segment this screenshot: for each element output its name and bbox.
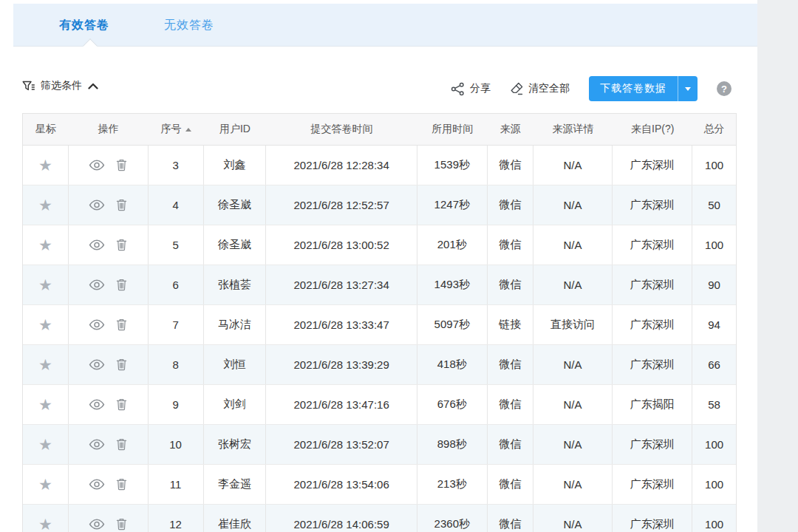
- actions-cell: [69, 465, 149, 504]
- active-tab-notch: [83, 38, 98, 53]
- submit-time-cell: 2021/6/28 14:06:59: [266, 505, 417, 532]
- source-detail-cell: N/A: [533, 185, 613, 225]
- seq-cell: 7: [149, 305, 204, 344]
- header-ip: 来自IP(?): [613, 114, 692, 145]
- score-cell: 100: [692, 505, 736, 532]
- clear-all-button[interactable]: 清空全部: [510, 82, 570, 95]
- delete-trash-icon[interactable]: [116, 398, 127, 411]
- table-row: ★ 3 刘鑫 2021/6/28 12:28:34 1539秒 微信: [23, 146, 736, 185]
- actions-cell: [69, 146, 149, 185]
- ip-cell: 广东揭阳: [613, 385, 692, 424]
- delete-trash-icon[interactable]: [116, 199, 127, 211]
- star-icon[interactable]: ★: [38, 197, 52, 213]
- star-icon[interactable]: ★: [38, 237, 52, 253]
- star-cell: ★: [23, 345, 69, 384]
- view-eye-icon[interactable]: [89, 399, 105, 410]
- view-eye-icon[interactable]: [89, 200, 105, 211]
- table-row: ★ 7 马冰洁 2021/6/28 13:33:47 5097秒 链接: [23, 305, 736, 345]
- submit-time-cell: 2021/6/28 12:28:34: [266, 146, 417, 185]
- star-icon[interactable]: ★: [38, 357, 52, 372]
- star-icon[interactable]: ★: [38, 397, 52, 412]
- star-cell: ★: [23, 305, 69, 344]
- delete-trash-icon[interactable]: [116, 438, 127, 451]
- filter-toggle[interactable]: 筛选条件: [22, 79, 98, 92]
- header-source-detail: 来源详情: [533, 114, 613, 145]
- table-row: ★ 8 刘恒 2021/6/28 13:39:29 418秒 微信: [23, 345, 736, 385]
- view-eye-icon[interactable]: [89, 479, 105, 490]
- actions-cell: [69, 225, 149, 265]
- delete-trash-icon[interactable]: [116, 358, 127, 371]
- help-button[interactable]: ?: [717, 81, 732, 96]
- header-label: 序号: [161, 123, 182, 136]
- submit-time-cell: 2021/6/28 13:39:29: [266, 345, 417, 384]
- header-label: 来自IP(?): [631, 123, 674, 136]
- source-cell: 微信: [488, 385, 533, 424]
- table-header-row: 星标操作序号用户ID提交答卷时间所用时间来源来源详情来自IP(?)总分: [23, 114, 736, 146]
- view-eye-icon[interactable]: [89, 279, 105, 290]
- score-cell: 58: [692, 385, 736, 424]
- star-icon[interactable]: ★: [38, 437, 52, 452]
- source-cell: 微信: [488, 185, 533, 225]
- delete-trash-icon[interactable]: [116, 478, 127, 491]
- star-icon[interactable]: ★: [38, 277, 52, 293]
- share-button[interactable]: 分享: [451, 82, 491, 96]
- score-cell: 100: [692, 146, 736, 185]
- actions-cell: [69, 505, 149, 532]
- star-icon[interactable]: ★: [38, 317, 52, 332]
- submit-time-cell: 2021/6/28 13:00:52: [266, 225, 417, 265]
- table-row: ★ 10 张树宏 2021/6/28 13:52:07 898秒 微信: [23, 425, 736, 465]
- tab-valid-responses[interactable]: 有效答卷: [59, 18, 109, 33]
- source-cell: 微信: [488, 345, 533, 384]
- ip-cell: 广东深圳: [613, 265, 692, 304]
- view-eye-icon[interactable]: [89, 359, 105, 370]
- score-cell: 100: [692, 225, 736, 265]
- responses-table: 星标操作序号用户ID提交答卷时间所用时间来源来源详情来自IP(?)总分 ★: [22, 113, 737, 532]
- source-detail-cell: 直接访问: [533, 305, 613, 344]
- star-cell: ★: [23, 185, 69, 225]
- view-eye-icon[interactable]: [89, 439, 105, 450]
- view-eye-icon[interactable]: [89, 319, 105, 330]
- source-detail-cell: N/A: [533, 425, 613, 464]
- view-eye-icon[interactable]: [89, 239, 105, 250]
- user-id-cell: 徐圣崴: [204, 185, 267, 225]
- delete-trash-icon[interactable]: [116, 518, 127, 531]
- submit-time-cell: 2021/6/28 13:47:16: [266, 385, 417, 424]
- score-cell: 50: [692, 185, 736, 225]
- tab-invalid-responses[interactable]: 无效答卷: [164, 18, 214, 33]
- table-body: ★ 3 刘鑫 2021/6/28 12:28:34 1539秒 微信: [23, 146, 736, 532]
- header-seq[interactable]: 序号: [149, 114, 204, 145]
- table-row: ★ 11 李金遥 2021/6/28 13:54:06 213秒 微信: [23, 465, 736, 505]
- table-row: ★ 12 崔佳欣 2021/6/28 14:06:59 2360秒 微: [23, 505, 736, 532]
- seq-cell: 3: [149, 146, 204, 185]
- duration-cell: 418秒: [417, 345, 488, 384]
- actions-cell: [69, 305, 149, 344]
- source-detail-cell: N/A: [533, 465, 613, 504]
- download-button[interactable]: 下载答卷数据: [589, 76, 678, 101]
- star-icon[interactable]: ★: [38, 157, 52, 173]
- header-star: 星标: [23, 114, 69, 145]
- delete-trash-icon[interactable]: [116, 159, 127, 171]
- star-icon[interactable]: ★: [38, 516, 52, 532]
- source-detail-cell: N/A: [533, 146, 613, 185]
- download-dropdown-toggle[interactable]: [678, 76, 698, 101]
- header-label: 操作: [98, 123, 119, 136]
- filter-label: 筛选条件: [41, 79, 82, 92]
- view-eye-icon[interactable]: [89, 519, 105, 530]
- chevron-up-icon: [88, 83, 98, 89]
- delete-trash-icon[interactable]: [116, 318, 127, 331]
- duration-cell: 676秒: [417, 385, 488, 424]
- score-cell: 94: [692, 305, 736, 344]
- delete-trash-icon[interactable]: [116, 279, 127, 291]
- score-cell: 100: [692, 425, 736, 464]
- download-split-button: 下载答卷数据: [589, 76, 698, 101]
- actions-cell: [69, 385, 149, 424]
- share-icon: [451, 82, 465, 96]
- seq-cell: 4: [149, 185, 204, 225]
- view-eye-icon[interactable]: [89, 160, 105, 171]
- source-cell: 微信: [488, 225, 533, 265]
- star-icon[interactable]: ★: [38, 477, 52, 492]
- seq-cell: 11: [149, 465, 204, 504]
- star-cell: ★: [23, 265, 69, 304]
- header-label: 提交答卷时间: [311, 123, 373, 136]
- delete-trash-icon[interactable]: [116, 239, 127, 251]
